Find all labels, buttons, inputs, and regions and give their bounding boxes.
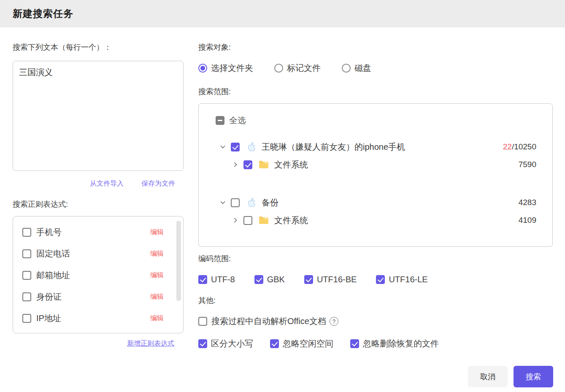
search-target-radios: 选择文件夹 标记文件 磁盘 bbox=[198, 62, 553, 74]
regex-row-phone: 手机号 编辑 bbox=[22, 222, 183, 243]
chevron-down-icon[interactable] bbox=[219, 143, 227, 150]
spacer bbox=[216, 182, 536, 194]
regex-item-label: IP地址 bbox=[36, 313, 61, 324]
right-column: 搜索对象: 选择文件夹 标记文件 磁盘 搜索范围: 全选 bbox=[198, 42, 553, 349]
radio-label: 标记文件 bbox=[287, 62, 321, 74]
tree-row-device[interactable]: 王晓琳（嫌疑人前女友）的iphone手机 22/10250 bbox=[219, 138, 536, 156]
flag-ignore-recovered[interactable]: 忽略删除恢复的文件 bbox=[350, 338, 439, 349]
flag-case-sensitive[interactable]: 区分大小写 bbox=[198, 338, 253, 349]
regex-row-ip: IP地址 编辑 bbox=[22, 308, 183, 329]
tree-node-label: 文件系统 bbox=[274, 159, 308, 170]
checkbox-label: UTF16-LE bbox=[389, 275, 427, 284]
device-checkbox[interactable] bbox=[231, 143, 240, 151]
utf8-checkbox bbox=[198, 275, 207, 284]
checkbox-label: 忽略空闲空间 bbox=[283, 338, 333, 349]
office-parse-option[interactable]: 搜索过程中自动解析Office文档 ? bbox=[198, 316, 553, 327]
regex-scrollbar[interactable] bbox=[176, 220, 181, 330]
checkbox-label: 搜索过程中自动解析Office文档 bbox=[211, 316, 326, 327]
utf16le-checkbox bbox=[376, 275, 385, 284]
radio-on-icon bbox=[198, 64, 207, 73]
encoding-checkboxes: UTF-8 GBK UTF16-BE UTF16-LE bbox=[198, 275, 553, 284]
radio-label: 选择文件夹 bbox=[211, 62, 253, 74]
radio-tagged-files[interactable]: 标记文件 bbox=[274, 62, 321, 74]
filesystem-1-checkbox[interactable] bbox=[243, 160, 252, 169]
search-scope-label: 搜索范围: bbox=[198, 87, 553, 97]
checkbox-label: 区分大小写 bbox=[211, 338, 253, 349]
regex-row-landline: 固定电话 编辑 bbox=[22, 243, 183, 265]
regex-item-label: 邮箱地址 bbox=[36, 270, 70, 281]
checkbox-label: GBK bbox=[267, 275, 285, 284]
tree-node-count: 7590 bbox=[519, 160, 536, 169]
search-text-input[interactable]: 三国演义 bbox=[13, 61, 184, 171]
flag-ignore-free-space[interactable]: 忽略空闲空间 bbox=[270, 338, 333, 349]
regex-scrollbar-thumb[interactable] bbox=[176, 221, 181, 301]
chevron-down-icon[interactable] bbox=[219, 199, 227, 206]
encoding-utf16be[interactable]: UTF16-BE bbox=[304, 275, 357, 284]
chevron-right-icon[interactable] bbox=[232, 217, 239, 224]
edit-email-link[interactable]: 编辑 bbox=[150, 271, 164, 280]
regex-list: 手机号 编辑 固定电话 编辑 邮箱地址 编辑 身份证 编辑 IP地址 编 bbox=[13, 216, 184, 333]
encoding-utf8[interactable]: UTF-8 bbox=[198, 275, 235, 284]
add-regex-wrap: 新增正则表达式 bbox=[13, 339, 184, 348]
import-from-file-link[interactable]: 从文件导入 bbox=[90, 179, 124, 188]
radio-label: 磁盘 bbox=[354, 62, 371, 74]
checkbox-label: UTF-8 bbox=[211, 275, 235, 284]
tree-row-backup[interactable]: 备份 4283 bbox=[219, 194, 536, 211]
edit-ip-link[interactable]: 编辑 bbox=[150, 314, 164, 323]
email-checkbox[interactable] bbox=[22, 271, 31, 280]
landline-checkbox[interactable] bbox=[22, 249, 31, 258]
select-all-label: 全选 bbox=[229, 115, 246, 126]
spacer bbox=[216, 173, 536, 182]
office-parse-checkbox[interactable] bbox=[198, 317, 207, 326]
checkbox-label: 忽略删除恢复的文件 bbox=[363, 338, 439, 349]
apple-icon bbox=[246, 197, 257, 208]
save-as-file-link[interactable]: 保存为文件 bbox=[141, 179, 175, 188]
radio-off-icon bbox=[274, 64, 283, 73]
ignore-recovered-checkbox bbox=[350, 339, 359, 348]
search-button[interactable]: 搜索 bbox=[514, 366, 553, 387]
dialog-title: 新建搜索任务 bbox=[13, 7, 73, 20]
search-text-label: 搜索下列文本（每行一个）： bbox=[13, 42, 184, 52]
regex-row-idcard: 身份证 编辑 bbox=[22, 286, 183, 308]
total-count: /10250 bbox=[512, 142, 536, 151]
filesystem-2-checkbox[interactable] bbox=[243, 216, 252, 225]
tree-row-filesystem-1[interactable]: 文件系统 7590 bbox=[232, 156, 536, 173]
help-icon[interactable]: ? bbox=[330, 317, 338, 326]
radio-select-folder[interactable]: 选择文件夹 bbox=[198, 62, 253, 74]
case-sensitive-checkbox bbox=[198, 339, 207, 348]
gbk-checkbox bbox=[254, 275, 263, 284]
ignore-free-space-checkbox bbox=[270, 339, 279, 348]
tree-row-filesystem-2[interactable]: 文件系统 4109 bbox=[232, 211, 536, 229]
encoding-utf16le[interactable]: UTF16-LE bbox=[376, 275, 427, 284]
edit-phone-link[interactable]: 编辑 bbox=[150, 228, 164, 237]
phone-checkbox[interactable] bbox=[22, 228, 31, 237]
regex-item-label: 手机号 bbox=[36, 227, 62, 238]
idcard-checkbox[interactable] bbox=[22, 292, 31, 301]
backup-checkbox[interactable] bbox=[231, 198, 240, 207]
chevron-right-icon[interactable] bbox=[232, 161, 239, 168]
edit-idcard-link[interactable]: 编辑 bbox=[150, 292, 164, 301]
tree-node-count: 22/10250 bbox=[503, 142, 536, 151]
regex-row-email: 邮箱地址 编辑 bbox=[22, 265, 183, 286]
encoding-label: 编码范围: bbox=[198, 254, 553, 264]
search-target-label: 搜索对象: bbox=[198, 42, 553, 52]
regex-item-label: 身份证 bbox=[36, 291, 62, 303]
tree-node-label: 王晓琳（嫌疑人前女友）的iphone手机 bbox=[262, 141, 405, 153]
dialog-header: 新建搜索任务 bbox=[0, 0, 565, 27]
radio-off-icon bbox=[342, 64, 351, 73]
hit-count: 22 bbox=[503, 142, 512, 151]
select-all-row[interactable]: 全选 bbox=[216, 115, 536, 126]
radio-disk[interactable]: 磁盘 bbox=[342, 62, 371, 74]
cancel-button[interactable]: 取消 bbox=[468, 366, 508, 387]
select-all-checkbox[interactable] bbox=[216, 116, 224, 125]
new-search-task-dialog: 新建搜索任务 搜索下列文本（每行一个）： 三国演义 从文件导入 保存为文件 搜索… bbox=[0, 0, 565, 392]
spacer bbox=[216, 126, 536, 138]
ip-checkbox[interactable] bbox=[22, 314, 31, 323]
tree-node-count: 4283 bbox=[519, 198, 536, 207]
edit-landline-link[interactable]: 编辑 bbox=[150, 249, 164, 258]
other-flags: 区分大小写 忽略空闲空间 忽略删除恢复的文件 bbox=[198, 338, 553, 349]
scope-tree: 全选 王晓琳（嫌疑人前女友）的iphone手机 22/10250 bbox=[198, 103, 553, 247]
folder-icon bbox=[258, 215, 269, 226]
add-regex-link[interactable]: 新增正则表达式 bbox=[127, 340, 174, 347]
encoding-gbk[interactable]: GBK bbox=[254, 275, 285, 284]
